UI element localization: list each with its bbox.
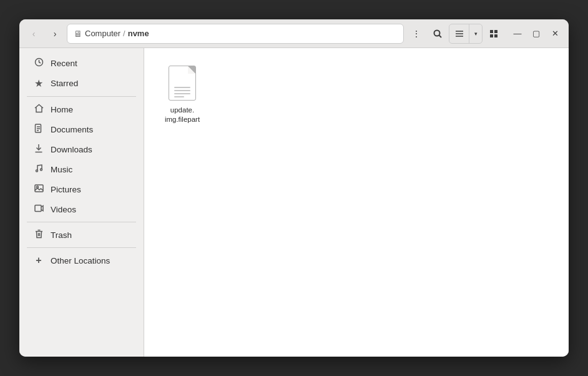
downloads-icon — [33, 144, 44, 155]
sidebar-item-recent[interactable]: Recent — [23, 54, 140, 72]
search-button[interactable] — [428, 24, 448, 43]
sidebar-item-other-locations[interactable]: + Other Locations — [23, 251, 140, 270]
pictures-label: Pictures — [51, 185, 81, 194]
grid-view-button[interactable] — [484, 24, 504, 43]
file-line — [174, 87, 190, 88]
file-name: update.img.filepart — [165, 106, 200, 124]
starred-icon: ★ — [33, 77, 44, 89]
maximize-button[interactable]: ▢ — [527, 25, 545, 42]
sidebar-item-downloads[interactable]: Downloads — [23, 140, 140, 159]
svg-line-1 — [439, 35, 442, 37]
list-view-button[interactable] — [449, 24, 469, 43]
view-toggle-group: ▾ — [449, 24, 483, 44]
svg-point-0 — [434, 30, 440, 36]
sidebar-item-documents[interactable]: Documents — [23, 120, 140, 139]
sidebar-divider-2 — [27, 222, 136, 222]
breadcrumb-current: nvme — [128, 29, 149, 38]
sidebar-divider-1 — [27, 96, 136, 97]
sidebar-item-trash[interactable]: Trash — [23, 225, 140, 244]
sidebar: Recent ★ Starred Home — [19, 48, 144, 357]
minimize-button[interactable]: — — [509, 25, 526, 42]
recent-label: Recent — [51, 59, 77, 68]
close-button[interactable]: ✕ — [546, 25, 564, 42]
file-line — [174, 93, 190, 94]
svg-rect-8 — [494, 34, 497, 37]
file-doc-icon — [169, 66, 196, 101]
other-locations-label: Other Locations — [51, 256, 110, 265]
file-icon-wrapper — [166, 63, 198, 103]
computer-icon: 🖥 — [74, 29, 82, 39]
svg-rect-5 — [490, 30, 493, 33]
file-item[interactable]: update.img.filepart — [154, 58, 210, 129]
videos-label: Videos — [51, 205, 76, 214]
sidebar-item-videos[interactable]: Videos — [23, 200, 140, 219]
sidebar-item-starred[interactable]: ★ Starred — [23, 74, 140, 93]
content-area: Recent ★ Starred Home — [19, 48, 569, 357]
file-line — [174, 90, 190, 91]
file-manager-window: ‹ › 🖥 Computer / nvme ⋮ — [19, 19, 569, 357]
svg-rect-20 — [35, 205, 41, 212]
music-icon — [33, 164, 44, 175]
svg-point-16 — [36, 170, 38, 172]
pictures-icon — [33, 184, 44, 195]
documents-label: Documents — [51, 125, 93, 134]
downloads-label: Downloads — [51, 145, 92, 154]
back-button[interactable]: ‹ — [24, 24, 43, 43]
main-pane: update.img.filepart — [144, 48, 569, 357]
toolbar-right: ⋮ ▾ — [406, 24, 504, 44]
sidebar-item-pictures[interactable]: Pictures — [23, 180, 140, 199]
view-dropdown-button[interactable]: ▾ — [469, 24, 482, 43]
breadcrumb: 🖥 Computer / nvme — [67, 24, 404, 44]
titlebar: ‹ › 🖥 Computer / nvme ⋮ — [19, 19, 569, 48]
svg-rect-18 — [35, 185, 43, 192]
file-grid: update.img.filepart — [154, 58, 559, 129]
videos-icon — [33, 204, 44, 215]
trash-icon — [33, 229, 44, 240]
breadcrumb-parent[interactable]: Computer — [85, 29, 120, 38]
svg-rect-6 — [494, 30, 497, 33]
file-lines — [172, 77, 193, 97]
forward-button[interactable]: › — [46, 24, 64, 43]
music-label: Music — [51, 165, 72, 174]
file-line — [174, 96, 184, 97]
add-icon: + — [33, 255, 44, 266]
home-icon — [33, 104, 44, 115]
svg-rect-7 — [490, 34, 493, 37]
documents-icon — [33, 124, 44, 135]
sidebar-divider-3 — [27, 247, 136, 248]
sidebar-item-music[interactable]: Music — [23, 160, 140, 179]
breadcrumb-separator: / — [123, 29, 125, 38]
window-controls: — ▢ ✕ — [509, 25, 564, 42]
svg-point-17 — [41, 169, 42, 171]
home-label: Home — [51, 105, 73, 114]
menu-button[interactable]: ⋮ — [406, 24, 426, 43]
sidebar-item-home[interactable]: Home — [23, 100, 140, 119]
starred-label: Starred — [51, 79, 78, 88]
recent-icon — [33, 57, 44, 69]
trash-label: Trash — [51, 230, 72, 240]
